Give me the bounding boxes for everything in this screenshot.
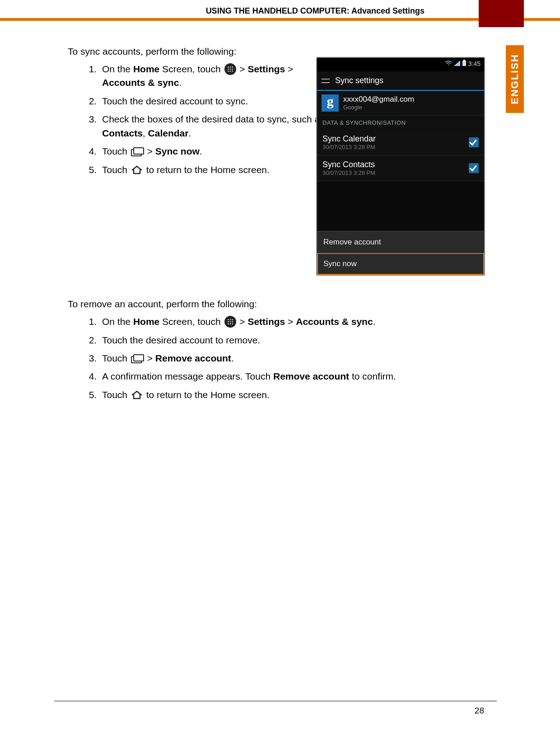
phone-status-bar: 3:45 [317, 58, 484, 71]
signal-icon [454, 60, 462, 67]
apps-icon [224, 316, 236, 328]
checkbox-checked-icon[interactable] [469, 163, 479, 173]
sync-calendar-date: 30/07/2013 3:28 PM [322, 144, 376, 150]
data-sync-section-label: DATA & SYNCHRONISATION [317, 116, 484, 130]
phone-screenshot: 3:45 Sync settings xxxx004@gmail.com Goo… [316, 57, 485, 276]
remove-intro: To remove an account, perform the follow… [68, 299, 474, 310]
page-header: USING THE HANDHELD COMPUTER: Advanced Se… [0, 6, 560, 18]
header-title: USING THE HANDHELD COMPUTER: Advanced Se… [206, 6, 425, 16]
remove-step-1: On the Home Screen, touch > Settings > A… [99, 315, 474, 328]
apps-icon [224, 63, 236, 75]
header-accent-block [479, 0, 524, 27]
language-tab-label: ENGLISH [509, 54, 521, 104]
account-provider: Google [343, 104, 414, 111]
sync-calendar-row[interactable]: Sync Calendar 30/07/2013 3:28 PM [317, 130, 484, 155]
home-icon [131, 165, 143, 174]
svg-rect-1 [463, 60, 465, 61]
wifi-icon [445, 60, 454, 67]
recent-apps-icon [131, 148, 144, 156]
sync-contacts-row[interactable]: Sync Contacts 30/07/2013 3:28 PM [317, 155, 484, 181]
sync-step-5: Touch to return to the Home screen. [99, 163, 328, 177]
sync-contacts-title: Sync Contacts [322, 160, 375, 169]
google-badge-icon [322, 94, 339, 112]
header-rule [0, 18, 560, 21]
remove-step-3: Touch > Remove account. [99, 352, 474, 365]
footer-rule [54, 701, 497, 701]
checkbox-checked-icon[interactable] [469, 137, 479, 147]
page-number: 28 [475, 706, 484, 716]
svg-rect-0 [462, 61, 466, 66]
account-email: xxxx004@gmail.com [343, 95, 414, 104]
phone-blank-area [317, 181, 484, 231]
recent-apps-icon [131, 355, 144, 363]
clock-text: 3:45 [468, 60, 481, 67]
remove-step-5: Touch to return to the Home screen. [99, 388, 474, 402]
settings-slider-icon [322, 78, 331, 84]
battery-icon [462, 60, 468, 67]
sync-step-3: Check the boxes of the desired data to s… [99, 113, 328, 140]
sync-step-1: On the Home Screen, touch > Settings > A… [99, 62, 328, 90]
menu-sync-now[interactable]: Sync now [317, 253, 484, 275]
phone-title: Sync settings [335, 76, 383, 85]
sync-step-4: Touch > Sync now. [99, 145, 328, 158]
home-icon [131, 390, 143, 399]
remove-steps: On the Home Screen, touch > Settings > A… [68, 315, 474, 402]
phone-title-bar: Sync settings [317, 71, 484, 91]
account-row[interactable]: xxxx004@gmail.com Google [317, 91, 484, 116]
remove-step-4: A confirmation message appears. Touch Re… [99, 370, 474, 383]
sync-intro: To sync accounts, perform the following: [68, 46, 474, 57]
language-tab: ENGLISH [506, 45, 524, 113]
sync-step-2: Touch the desired account to sync. [99, 94, 328, 108]
sync-contacts-date: 30/07/2013 3:28 PM [322, 169, 375, 176]
menu-remove-account[interactable]: Remove account [317, 231, 484, 253]
remove-step-2: Touch the desired account to remove. [99, 333, 474, 347]
sync-calendar-title: Sync Calendar [322, 134, 376, 144]
